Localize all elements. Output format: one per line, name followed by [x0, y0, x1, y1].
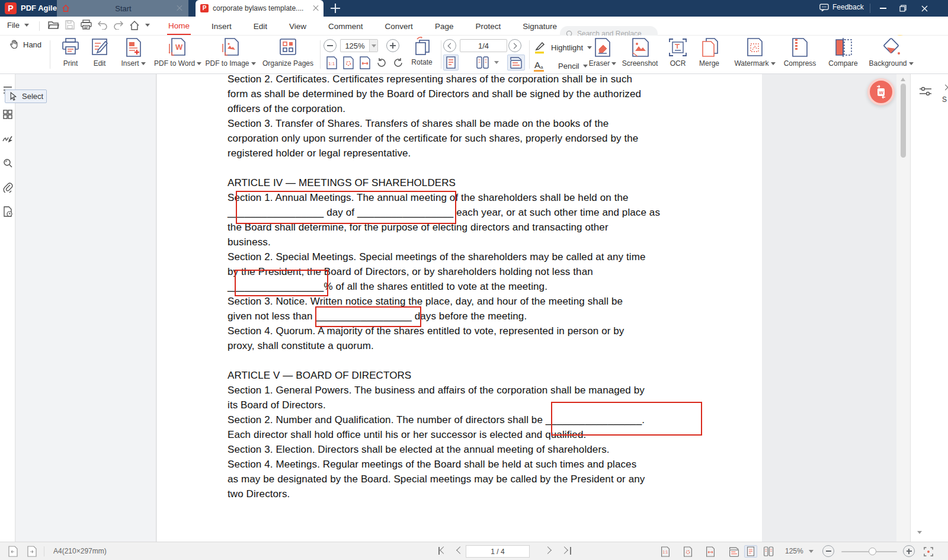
save-icon[interactable] [65, 20, 75, 30]
tab-document[interactable]: P corporate bylaws template.... [196, 0, 324, 17]
rotate-left-button[interactable] [374, 55, 389, 70]
menu-page[interactable]: Page [434, 18, 455, 34]
continuous-view-button[interactable] [728, 545, 741, 558]
actual-size-button[interactable]: 1:1 [325, 55, 339, 70]
ocr-button[interactable]: OCR [664, 37, 691, 68]
single-page-view-button[interactable] [744, 545, 757, 558]
next-view-button[interactable] [25, 545, 38, 558]
highlight-button[interactable]: Hightlight [533, 40, 592, 55]
insert-button[interactable]: Insert [115, 37, 152, 68]
previous-page-button[interactable] [443, 39, 456, 52]
zoom-in-button[interactable] [903, 545, 915, 557]
zoom-level-box[interactable]: 125% [340, 39, 378, 52]
menu-edit[interactable]: Edit [252, 18, 268, 34]
fullscreen-button[interactable] [922, 545, 935, 558]
compare-button[interactable]: Compare [825, 37, 861, 68]
document-text-line: Section 4. Quorum. A majority of the sha… [228, 324, 737, 338]
undo-icon[interactable] [97, 20, 108, 30]
feedback-button[interactable]: Feedback [819, 3, 864, 11]
zoom-in-button[interactable] [386, 39, 399, 52]
file-menu[interactable]: File [7, 21, 29, 30]
maximize-button[interactable] [893, 0, 912, 17]
vertical-scrollbar[interactable] [896, 74, 910, 542]
signature-panel-icon[interactable] [2, 133, 13, 144]
view-dropdown-icon[interactable] [494, 61, 499, 64]
pdf-page[interactable]: Section 2. Certificates. Certificates re… [157, 74, 762, 542]
home-icon[interactable] [129, 20, 140, 30]
fit-width-button[interactable] [358, 55, 372, 70]
menu-home[interactable]: Home [167, 18, 191, 35]
rotate-right-button[interactable] [391, 55, 405, 70]
menu-view[interactable]: View [288, 18, 308, 34]
annotation-box[interactable] [315, 306, 421, 327]
continuous-view-button[interactable] [507, 55, 525, 71]
merge-button[interactable]: Merge [694, 37, 724, 68]
annotation-box[interactable] [551, 402, 702, 436]
minimize-button[interactable] [873, 0, 892, 17]
chevron-down-icon[interactable] [145, 24, 150, 27]
scroll-up-arrow[interactable] [901, 78, 905, 81]
zoom-out-button[interactable] [822, 545, 834, 557]
properties-sliders-icon[interactable] [919, 86, 932, 98]
single-page-view-button[interactable] [443, 55, 459, 71]
quick-convert-button[interactable]: W [867, 78, 895, 105]
hand-tool-button[interactable]: Hand [6, 38, 44, 51]
watermark-button[interactable]: Watermark [731, 37, 779, 68]
menu-convert[interactable]: Convert [384, 18, 414, 34]
attachments-panel-icon[interactable] [2, 182, 13, 193]
background-button[interactable]: Background [866, 37, 916, 68]
close-window-button[interactable] [915, 0, 934, 17]
rotate-button[interactable]: Rotate [406, 37, 437, 66]
fit-page-button[interactable] [681, 545, 694, 558]
menu-signature[interactable]: Signature [521, 18, 558, 34]
document-text-line: business. [228, 235, 737, 249]
organize-pages-button[interactable]: Organize Pages [261, 37, 315, 68]
menu-insert[interactable]: Insert [210, 18, 233, 34]
page-indicator-box[interactable]: 1/4 [460, 39, 507, 52]
scrollbar-thumb[interactable] [901, 84, 906, 158]
fit-width-button[interactable] [704, 545, 717, 558]
two-page-icon [763, 546, 774, 556]
eraser-button[interactable]: Eraser [587, 37, 619, 68]
zoom-dropdown[interactable] [369, 40, 377, 52]
actual-size-button[interactable]: 1:1 [659, 545, 672, 558]
tab-start[interactable]: Start [57, 0, 188, 17]
menu-protect[interactable]: Protect [474, 18, 502, 34]
pencil-button[interactable]: Aa Pencil [533, 59, 588, 72]
new-tab-button[interactable] [331, 4, 340, 13]
pdf-to-image-label: PDF to Image [205, 59, 249, 68]
pdf-to-image-icon [220, 37, 241, 58]
close-icon[interactable] [177, 5, 182, 11]
document-text-line: Section 4. Meetings. Regular meetings of… [228, 457, 737, 472]
redo-icon[interactable] [113, 20, 124, 30]
open-file-icon[interactable] [47, 20, 59, 30]
select-tool-button[interactable]: Select [5, 89, 47, 103]
zoom-slider-knob[interactable] [869, 548, 876, 555]
document-text-line: corporation only upon surrender of the c… [228, 131, 737, 146]
history-panel-icon[interactable] [2, 206, 13, 217]
previous-view-button[interactable] [6, 545, 19, 558]
compress-button[interactable]: Compress [781, 37, 819, 68]
single-page-icon [446, 56, 456, 69]
next-page-button[interactable] [508, 39, 521, 52]
pdf-to-image-button[interactable]: PDF to Image [204, 37, 257, 68]
page-number-input[interactable]: 1 / 4 [466, 545, 530, 558]
highlight-label: Hightlight [551, 43, 583, 52]
zoom-dropdown-icon[interactable] [809, 550, 814, 553]
pdf-to-word-button[interactable]: W PDF to Word [154, 37, 200, 68]
close-icon[interactable] [313, 5, 319, 11]
zoom-level-label[interactable]: 125% [785, 547, 803, 555]
two-page-view-button[interactable] [474, 55, 492, 71]
thumbnails-panel-icon[interactable] [2, 109, 13, 120]
menu-comment[interactable]: Comment [327, 18, 364, 34]
fit-page-button[interactable] [341, 55, 356, 70]
print-icon[interactable] [81, 20, 92, 30]
two-page-view-button[interactable] [762, 545, 775, 558]
screenshot-button[interactable]: Screenshot [619, 37, 661, 68]
annotation-box[interactable] [236, 191, 456, 224]
annotation-box[interactable] [235, 270, 328, 296]
zoom-out-button[interactable] [324, 39, 337, 52]
strip-collapse-icon[interactable] [917, 531, 922, 534]
search-panel-icon[interactable] [2, 158, 13, 168]
edit-button[interactable]: Edit [83, 37, 116, 68]
